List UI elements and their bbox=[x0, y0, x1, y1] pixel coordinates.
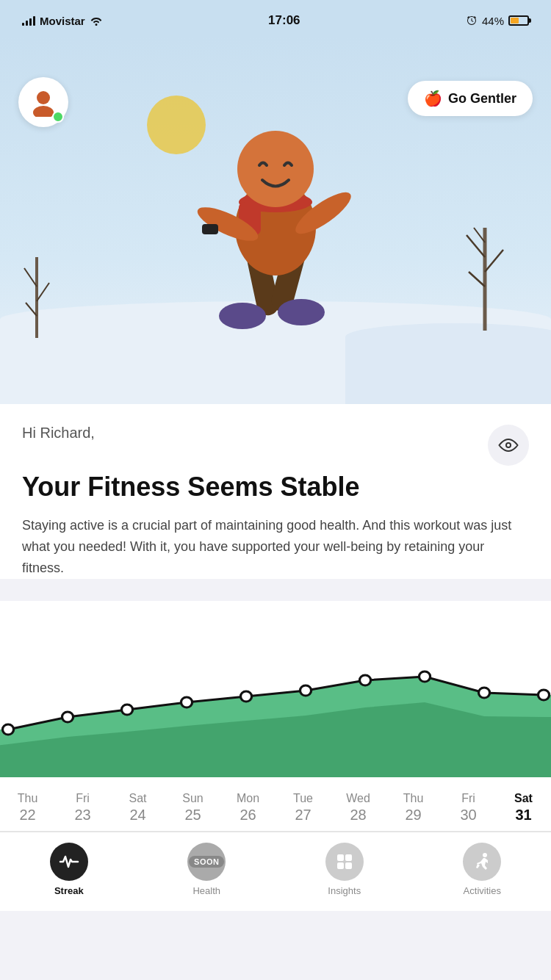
day-labels: Thu22Fri23Sat24Sun25Mon26Tue27Wed28Thu29… bbox=[0, 777, 551, 831]
day-item-24: Sat24 bbox=[110, 792, 165, 824]
svg-point-20 bbox=[37, 91, 50, 104]
day-number: 31 bbox=[515, 807, 531, 824]
day-number: 25 bbox=[184, 807, 201, 824]
svg-rect-19 bbox=[202, 224, 218, 234]
battery-icon bbox=[508, 15, 529, 26]
svg-line-7 bbox=[37, 283, 49, 301]
day-item-28: Wed28 bbox=[331, 792, 386, 824]
streak-nav-icon bbox=[50, 843, 88, 881]
grid-icon bbox=[334, 851, 355, 872]
svg-point-11 bbox=[219, 303, 266, 329]
svg-line-3 bbox=[469, 272, 485, 287]
streak-nav-label: Streak bbox=[54, 885, 84, 896]
day-item-27: Tue27 bbox=[276, 792, 331, 824]
runner-icon bbox=[472, 851, 492, 872]
fitness-title: Your Fitness Seems Stable bbox=[22, 472, 529, 502]
nav-item-health[interactable]: SOON Health bbox=[140, 843, 273, 896]
signal-icon bbox=[22, 15, 35, 26]
day-name: Fri bbox=[461, 792, 475, 805]
greeting-text: Hi Richard, bbox=[22, 425, 95, 442]
svg-point-24 bbox=[2, 724, 13, 735]
status-bar: Movistar 17:06 44% bbox=[0, 0, 551, 37]
eye-button[interactable] bbox=[488, 425, 529, 466]
status-left: Movistar bbox=[22, 15, 103, 27]
tree-left bbox=[22, 242, 51, 338]
svg-point-32 bbox=[478, 688, 489, 698]
svg-rect-36 bbox=[337, 862, 344, 869]
svg-point-27 bbox=[181, 697, 192, 707]
svg-point-23 bbox=[507, 444, 510, 447]
day-item-31: Sat31 bbox=[496, 792, 551, 824]
carrier-label: Movistar bbox=[40, 15, 85, 27]
tree-right bbox=[463, 198, 507, 331]
day-number: 30 bbox=[460, 807, 476, 824]
character bbox=[173, 88, 378, 345]
apple-icon: 🍎 bbox=[424, 90, 442, 107]
svg-point-30 bbox=[359, 675, 370, 685]
health-nav-icon: SOON bbox=[187, 843, 226, 881]
day-item-29: Thu29 bbox=[386, 792, 441, 824]
greeting-row: Hi Richard, bbox=[22, 425, 529, 466]
day-name: Mon bbox=[237, 792, 259, 805]
svg-point-33 bbox=[538, 690, 549, 700]
day-name: Fri bbox=[76, 792, 90, 805]
day-name: Thu bbox=[18, 792, 38, 805]
soon-badge: SOON bbox=[189, 856, 224, 868]
activities-nav-icon bbox=[463, 843, 501, 881]
svg-line-2 bbox=[485, 250, 503, 272]
day-number: 23 bbox=[74, 807, 90, 824]
svg-point-21 bbox=[33, 106, 54, 117]
svg-line-6 bbox=[24, 268, 37, 287]
go-gentler-label: Go Gentler bbox=[448, 91, 516, 107]
status-time: 17:06 bbox=[268, 13, 300, 28]
day-number: 28 bbox=[350, 807, 366, 824]
online-indicator bbox=[52, 111, 64, 123]
avatar-button[interactable] bbox=[18, 77, 68, 127]
wifi-icon bbox=[90, 15, 103, 26]
day-item-26: Mon26 bbox=[220, 792, 276, 824]
nav-item-insights[interactable]: Insights bbox=[278, 843, 411, 896]
day-name: Sun bbox=[182, 792, 203, 805]
day-name: Sat bbox=[129, 792, 146, 805]
svg-point-26 bbox=[121, 705, 132, 715]
eye-icon bbox=[498, 439, 519, 452]
health-nav-label: Health bbox=[192, 885, 220, 896]
svg-point-38 bbox=[483, 853, 487, 857]
hero-illustration: 🍎 Go Gentler bbox=[0, 37, 551, 404]
svg-point-16 bbox=[237, 131, 314, 207]
day-number: 26 bbox=[240, 807, 256, 824]
day-item-25: Sun25 bbox=[165, 792, 220, 824]
day-name: Wed bbox=[346, 792, 370, 805]
insights-nav-label: Insights bbox=[328, 885, 361, 896]
heartbeat-icon bbox=[59, 851, 79, 872]
nav-item-streak[interactable]: Streak bbox=[3, 843, 135, 896]
activities-nav-label: Activities bbox=[464, 885, 501, 896]
svg-point-12 bbox=[278, 299, 325, 325]
svg-rect-34 bbox=[337, 854, 344, 861]
day-name: Tue bbox=[293, 792, 313, 805]
svg-rect-35 bbox=[345, 854, 352, 861]
chart-svg bbox=[0, 601, 551, 777]
battery-percent: 44% bbox=[482, 15, 504, 27]
status-right: 44% bbox=[466, 15, 529, 27]
svg-point-25 bbox=[62, 712, 73, 722]
day-number: 22 bbox=[19, 807, 35, 824]
svg-point-28 bbox=[240, 691, 251, 702]
go-gentler-button[interactable]: 🍎 Go Gentler bbox=[408, 81, 533, 116]
day-item-22: Thu22 bbox=[0, 792, 55, 824]
nav-item-activities[interactable]: Activities bbox=[416, 843, 548, 896]
main-content: Hi Richard, Your Fitness Seems Stable St… bbox=[0, 404, 551, 579]
day-name: Sat bbox=[514, 792, 533, 805]
bottom-navigation: Streak SOON Health Insights Activities bbox=[0, 832, 551, 911]
svg-rect-37 bbox=[345, 862, 352, 869]
alarm-icon bbox=[466, 15, 478, 26]
svg-line-8 bbox=[26, 303, 37, 316]
svg-point-31 bbox=[419, 671, 430, 682]
svg-point-29 bbox=[300, 685, 311, 696]
day-item-30: Fri30 bbox=[441, 792, 496, 824]
fitness-chart bbox=[0, 601, 551, 777]
day-number: 29 bbox=[405, 807, 421, 824]
fitness-description: Staying active is a crucial part of main… bbox=[22, 515, 529, 578]
day-number: 27 bbox=[295, 807, 311, 824]
day-name: Thu bbox=[403, 792, 424, 805]
